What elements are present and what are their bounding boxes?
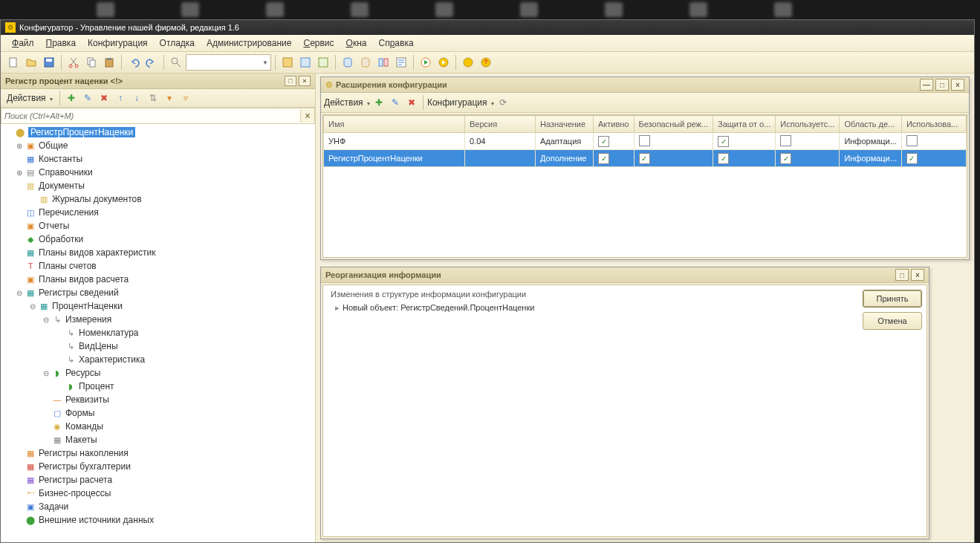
search-combo[interactable]: ▼ bbox=[186, 54, 271, 71]
tree-catalogs[interactable]: Справочники bbox=[39, 167, 93, 178]
col-scope[interactable]: Область де... bbox=[840, 116, 902, 133]
tree-percent-res[interactable]: Процент bbox=[79, 381, 114, 391]
checkbox[interactable]: ✓ bbox=[598, 153, 609, 164]
table-row[interactable]: УНФ0.04Адаптация✓✓Информаци... bbox=[324, 133, 967, 150]
redo-icon[interactable] bbox=[143, 54, 160, 71]
tree-attrs[interactable]: Реквизиты bbox=[65, 394, 109, 405]
tree-dims[interactable]: Измерения bbox=[65, 314, 111, 325]
tree-price-kind[interactable]: ВидЦены bbox=[79, 341, 118, 351]
tree-tasks[interactable]: Задачи bbox=[39, 501, 68, 512]
move-up-icon[interactable]: ↑ bbox=[113, 91, 128, 105]
tree-search-input[interactable] bbox=[1, 111, 300, 120]
menu-windows[interactable]: Окна bbox=[341, 36, 372, 50]
open-icon[interactable] bbox=[23, 54, 39, 71]
tree-characteristic[interactable]: Характеристика bbox=[79, 354, 145, 365]
tree-accum-reg[interactable]: Регистры накопления bbox=[39, 448, 129, 458]
checkbox[interactable]: ✓ bbox=[718, 136, 729, 147]
undo-icon[interactable] bbox=[126, 54, 142, 71]
titlebar[interactable]: ⚙ Конфигуратор - Управление нашей фирмой… bbox=[1, 20, 974, 35]
tree-char-plans[interactable]: Планы видов характеристик bbox=[39, 247, 155, 258]
checkbox[interactable]: ✓ bbox=[718, 153, 729, 164]
ext-minimize-icon[interactable]: — bbox=[920, 79, 933, 91]
table-row[interactable]: РегистрПроцентНаценкиДополнение✓✓✓✓Инфор… bbox=[324, 150, 967, 167]
move-down-icon[interactable]: ↓ bbox=[129, 91, 144, 105]
edit-icon[interactable]: ✎ bbox=[80, 91, 95, 105]
col-safe[interactable]: Безопасный реж... bbox=[634, 116, 713, 133]
compare-icon[interactable] bbox=[375, 54, 392, 71]
ext-grid[interactable]: Имя Версия Назначение Активно Безопасный… bbox=[322, 114, 967, 258]
add-icon[interactable]: ✚ bbox=[64, 91, 79, 105]
ext-maximize-icon[interactable]: □ bbox=[935, 79, 949, 91]
cut-icon[interactable] bbox=[65, 54, 82, 71]
col-used[interactable]: Используетс... bbox=[776, 116, 840, 133]
config-tree[interactable]: ⬤РегистрПроцентНаценки ⊕▣Общие ▦Констант… bbox=[1, 124, 315, 542]
ext-actions-menu[interactable]: Действия ▾ bbox=[324, 97, 370, 108]
paste-icon[interactable] bbox=[101, 54, 117, 71]
ext-edit-icon[interactable]: ✎ bbox=[388, 95, 403, 110]
actions-menu[interactable]: Действия ▾ bbox=[4, 91, 56, 105]
db1-icon[interactable] bbox=[340, 54, 356, 71]
menu-file[interactable]: Файл bbox=[7, 36, 39, 50]
clear-search-icon[interactable]: × bbox=[300, 109, 314, 123]
menu-help[interactable]: Справка bbox=[373, 36, 418, 50]
debug-attach-icon[interactable] bbox=[435, 54, 452, 71]
tree-documents[interactable]: Документы bbox=[39, 181, 85, 191]
tree-calc-plans[interactable]: Планы видов расчета bbox=[39, 274, 129, 284]
ext-close-icon[interactable]: × bbox=[951, 79, 964, 91]
checkbox[interactable]: ✓ bbox=[906, 153, 918, 164]
checkbox[interactable] bbox=[639, 135, 650, 146]
menu-config[interactable]: Конфигурация bbox=[82, 36, 153, 50]
reorg-item[interactable]: ▸Новый объект: РегистрСведений.ПроцентНа… bbox=[331, 303, 851, 313]
db2-icon[interactable] bbox=[357, 54, 374, 71]
reorg-maximize-icon[interactable]: □ bbox=[895, 269, 909, 281]
col-purpose[interactable]: Назначение bbox=[536, 116, 594, 133]
checkbox[interactable]: ✓ bbox=[780, 153, 791, 164]
copy-icon[interactable] bbox=[83, 54, 100, 71]
tree-common[interactable]: Общие bbox=[39, 140, 68, 151]
ext-config-menu[interactable]: Конфигурация ▾ bbox=[427, 97, 494, 108]
tree-bp[interactable]: Бизнес-процессы bbox=[39, 488, 111, 498]
syntax-icon[interactable] bbox=[393, 54, 409, 71]
new-icon[interactable] bbox=[5, 54, 22, 71]
col-version[interactable]: Версия bbox=[465, 116, 536, 133]
checkbox[interactable] bbox=[906, 135, 918, 146]
sort-icon[interactable]: ⇅ bbox=[146, 91, 160, 105]
1c-upload-icon[interactable] bbox=[478, 54, 494, 71]
tree-acct-reg[interactable]: Регистры бухгалтерии bbox=[39, 461, 131, 472]
save-icon[interactable] bbox=[41, 54, 57, 71]
checkbox[interactable]: ✓ bbox=[639, 153, 650, 164]
panel-close-icon[interactable]: × bbox=[299, 76, 311, 86]
col-name[interactable]: Имя bbox=[324, 116, 465, 133]
tree-calc-reg[interactable]: Регистры расчета bbox=[39, 475, 112, 485]
tree-reports[interactable]: Отчеты bbox=[39, 221, 69, 231]
checkbox[interactable]: ✓ bbox=[598, 136, 609, 147]
tree-nomen[interactable]: Номенклатура bbox=[79, 328, 139, 338]
tree-templates[interactable]: Макеты bbox=[65, 435, 97, 445]
menu-service[interactable]: Сервис bbox=[298, 36, 339, 50]
tree-forms[interactable]: Формы bbox=[65, 408, 94, 418]
find-icon[interactable] bbox=[168, 54, 184, 71]
checkbox[interactable] bbox=[780, 135, 791, 146]
tree-commands[interactable]: Команды bbox=[65, 421, 103, 432]
tree-percent[interactable]: ПроцентНаценки bbox=[52, 301, 123, 311]
1c-icon[interactable] bbox=[460, 54, 476, 71]
reorg-close-icon[interactable]: × bbox=[911, 269, 924, 281]
panel-maximize-icon[interactable]: □ bbox=[285, 76, 296, 86]
col-used-in[interactable]: Использова... bbox=[901, 116, 966, 133]
config-icon[interactable] bbox=[279, 54, 296, 71]
ext-add-icon[interactable]: ✚ bbox=[371, 95, 386, 110]
config-update-icon[interactable] bbox=[315, 54, 331, 71]
tree-root[interactable]: РегистрПроцентНаценки bbox=[28, 127, 135, 137]
col-protect[interactable]: Защита от о... bbox=[713, 116, 776, 133]
menu-admin[interactable]: Администрирование bbox=[201, 36, 296, 50]
tree-enums[interactable]: Перечисления bbox=[39, 207, 99, 218]
filter2-icon[interactable]: ▿ bbox=[178, 91, 193, 105]
config-db-icon[interactable] bbox=[297, 54, 314, 71]
tree-ext-src[interactable]: Внешние источники данных bbox=[39, 515, 154, 525]
accept-button[interactable]: Принять bbox=[863, 290, 922, 308]
cancel-button[interactable]: Отмена bbox=[863, 312, 922, 330]
ext-refresh-icon[interactable]: ⟳ bbox=[496, 95, 510, 110]
tree-acc-plans[interactable]: Планы счетов bbox=[39, 261, 97, 271]
tree-processings[interactable]: Обработки bbox=[39, 234, 83, 244]
tree-journals[interactable]: Журналы документов bbox=[52, 194, 142, 204]
